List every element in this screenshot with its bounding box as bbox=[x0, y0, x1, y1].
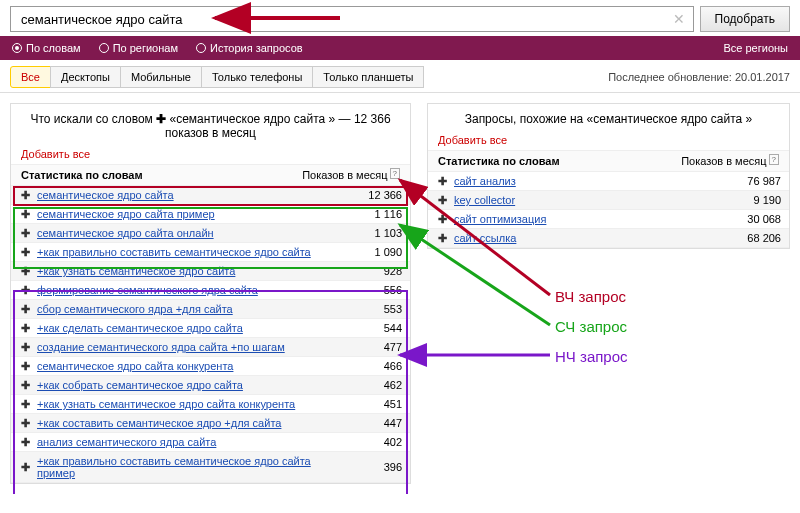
radio-checked-icon bbox=[12, 43, 22, 53]
regions-link[interactable]: Все регионы bbox=[723, 42, 788, 54]
tab-phones[interactable]: Только телефоны bbox=[201, 66, 313, 88]
keyword-link[interactable]: сайт оптимизация bbox=[454, 213, 721, 225]
keyword-count: 447 bbox=[342, 417, 402, 429]
keyword-link[interactable]: +как узнать семантическое ядро сайта bbox=[37, 265, 342, 277]
tab-tablets[interactable]: Только планшеты bbox=[312, 66, 424, 88]
add-keyword-icon[interactable]: ✚ bbox=[19, 341, 31, 353]
keyword-count: 477 bbox=[342, 341, 402, 353]
keyword-link[interactable]: семантическое ядро сайта онлайн bbox=[37, 227, 342, 239]
left-table-head: Статистика по словам Показов в месяц? bbox=[11, 164, 410, 186]
add-keyword-icon[interactable]: ✚ bbox=[19, 189, 31, 201]
radio-icon bbox=[196, 43, 206, 53]
table-row: ✚сбор семантического ядра +для сайта553 bbox=[11, 300, 410, 319]
col-keywords: Статистика по словам bbox=[438, 155, 560, 167]
keyword-link[interactable]: семантическое ядро сайта конкурента bbox=[37, 360, 342, 372]
table-row: ✚+как правильно составить семантическое … bbox=[11, 452, 410, 483]
add-keyword-icon[interactable]: ✚ bbox=[19, 303, 31, 315]
add-keyword-icon[interactable]: ✚ bbox=[19, 246, 31, 258]
table-row: ✚сайт анализ76 987 bbox=[428, 172, 789, 191]
filter-by-regions[interactable]: По регионам bbox=[99, 42, 178, 54]
filter-bar: По словам По регионам История запросов В… bbox=[0, 36, 800, 60]
add-keyword-icon[interactable]: ✚ bbox=[19, 436, 31, 448]
last-update-value: 20.01.2017 bbox=[735, 71, 790, 83]
table-row: ✚сайт ссылка68 206 bbox=[428, 229, 789, 248]
col-keywords: Статистика по словам bbox=[21, 169, 143, 181]
add-keyword-icon[interactable]: ✚ bbox=[19, 265, 31, 277]
keyword-link[interactable]: +как правильно составить семантическое я… bbox=[37, 455, 342, 479]
help-icon[interactable]: ? bbox=[390, 168, 400, 179]
keyword-link[interactable]: +как сделать семантическое ядро сайта bbox=[37, 322, 342, 334]
add-keyword-icon[interactable]: ✚ bbox=[19, 322, 31, 334]
table-row: ✚+как узнать семантическое ядро сайта928 bbox=[11, 262, 410, 281]
keyword-count: 396 bbox=[342, 461, 402, 473]
add-keyword-icon[interactable]: ✚ bbox=[19, 360, 31, 372]
keyword-link[interactable]: +как составить семантическое ядро +для с… bbox=[37, 417, 342, 429]
help-icon[interactable]: ? bbox=[769, 154, 779, 165]
submit-button[interactable]: Подобрать bbox=[700, 6, 790, 32]
table-row: ✚+как правильно составить семантическое … bbox=[11, 243, 410, 262]
add-all-left[interactable]: Добавить все bbox=[11, 148, 410, 164]
right-table-head: Статистика по словам Показов в месяц? bbox=[428, 150, 789, 172]
radio-icon bbox=[99, 43, 109, 53]
table-row: ✚формирование семантического ядра сайта5… bbox=[11, 281, 410, 300]
left-panel: Что искали со словом ✚ «семантическое яд… bbox=[10, 103, 411, 484]
table-row: ✚сайт оптимизация30 068 bbox=[428, 210, 789, 229]
keyword-link[interactable]: сайт анализ bbox=[454, 175, 721, 187]
keyword-link[interactable]: +как узнать семантическое ядро сайта кон… bbox=[37, 398, 342, 410]
filter-label: История запросов bbox=[210, 42, 303, 54]
add-keyword-icon[interactable]: ✚ bbox=[19, 208, 31, 220]
keyword-count: 76 987 bbox=[721, 175, 781, 187]
keyword-count: 68 206 bbox=[721, 232, 781, 244]
keyword-count: 1 103 bbox=[342, 227, 402, 239]
last-update: Последнее обновление: 20.01.2017 bbox=[608, 71, 790, 83]
keyword-link[interactable]: анализ семантического ядра сайта bbox=[37, 436, 342, 448]
add-keyword-icon[interactable]: ✚ bbox=[19, 417, 31, 429]
tab-mobile[interactable]: Мобильные bbox=[120, 66, 202, 88]
left-panel-title: Что искали со словом ✚ «семантическое яд… bbox=[11, 104, 410, 148]
clear-icon[interactable]: ✕ bbox=[673, 11, 685, 27]
keyword-link[interactable]: +как собрать семантическое ядро сайта bbox=[37, 379, 342, 391]
keyword-count: 928 bbox=[342, 265, 402, 277]
filter-history[interactable]: История запросов bbox=[196, 42, 303, 54]
table-row: ✚+как узнать семантическое ядро сайта ко… bbox=[11, 395, 410, 414]
table-row: ✚+как составить семантическое ядро +для … bbox=[11, 414, 410, 433]
table-row: ✚семантическое ядро сайта пример1 116 bbox=[11, 205, 410, 224]
table-row: ✚анализ семантического ядра сайта402 bbox=[11, 433, 410, 452]
add-all-right[interactable]: Добавить все bbox=[428, 134, 789, 150]
filter-by-words[interactable]: По словам bbox=[12, 42, 81, 54]
add-keyword-icon[interactable]: ✚ bbox=[436, 194, 448, 206]
keyword-link[interactable]: сайт ссылка bbox=[454, 232, 721, 244]
right-rows: ✚сайт анализ76 987✚key collector9 190✚са… bbox=[428, 172, 789, 248]
keyword-link[interactable]: +как правильно составить семантическое я… bbox=[37, 246, 342, 258]
keyword-count: 451 bbox=[342, 398, 402, 410]
tab-desktop[interactable]: Десктопы bbox=[50, 66, 121, 88]
add-keyword-icon[interactable]: ✚ bbox=[436, 175, 448, 187]
add-keyword-icon[interactable]: ✚ bbox=[436, 232, 448, 244]
table-row: ✚семантическое ядро сайта12 366 bbox=[11, 186, 410, 205]
keyword-link[interactable]: создание семантического ядра сайта +по ш… bbox=[37, 341, 342, 353]
keyword-count: 30 068 bbox=[721, 213, 781, 225]
add-keyword-icon[interactable]: ✚ bbox=[19, 227, 31, 239]
table-row: ✚создание семантического ядра сайта +по … bbox=[11, 338, 410, 357]
keyword-link[interactable]: сбор семантического ядра +для сайта bbox=[37, 303, 342, 315]
filter-label: По регионам bbox=[113, 42, 178, 54]
add-keyword-icon[interactable]: ✚ bbox=[19, 461, 31, 473]
keyword-count: 402 bbox=[342, 436, 402, 448]
keyword-link[interactable]: семантическое ядро сайта bbox=[37, 189, 342, 201]
add-keyword-icon[interactable]: ✚ bbox=[19, 379, 31, 391]
right-panel-title: Запросы, похожие на «семантическое ядро … bbox=[428, 104, 789, 134]
tab-all[interactable]: Все bbox=[10, 66, 51, 88]
keyword-count: 12 366 bbox=[342, 189, 402, 201]
add-keyword-icon[interactable]: ✚ bbox=[436, 213, 448, 225]
keyword-link[interactable]: key collector bbox=[454, 194, 721, 206]
add-keyword-icon[interactable]: ✚ bbox=[19, 398, 31, 410]
keyword-link[interactable]: формирование семантического ядра сайта bbox=[37, 284, 342, 296]
table-row: ✚семантическое ядро сайта онлайн1 103 bbox=[11, 224, 410, 243]
last-update-label: Последнее обновление: bbox=[608, 71, 732, 83]
keyword-count: 1 090 bbox=[342, 246, 402, 258]
title-part: Что искали со словом bbox=[30, 112, 156, 126]
search-input[interactable] bbox=[19, 11, 673, 28]
keyword-link[interactable]: семантическое ядро сайта пример bbox=[37, 208, 342, 220]
right-panel: Запросы, похожие на «семантическое ядро … bbox=[427, 103, 790, 249]
add-keyword-icon[interactable]: ✚ bbox=[19, 284, 31, 296]
